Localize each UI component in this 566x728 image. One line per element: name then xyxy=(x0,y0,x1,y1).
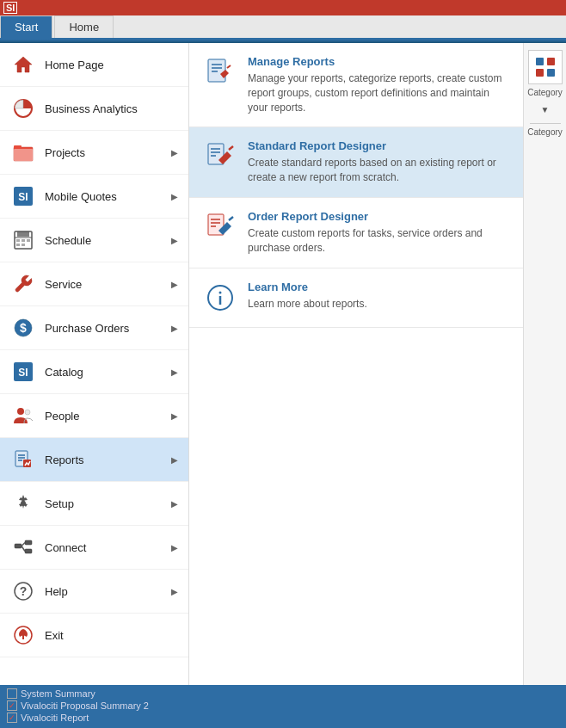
manage-reports-text: Manage Reports Manage your reports, cate… xyxy=(248,55,509,114)
reports-icon xyxy=(10,447,36,472)
bottom-bar: System Summary ✓ Vivalociti Proposal Sum… xyxy=(0,685,566,728)
people-arrow: ▶ xyxy=(171,411,178,421)
svg-point-25 xyxy=(17,408,24,415)
sidebar-item-help[interactable]: ? Help ▶ xyxy=(0,570,188,614)
sidebar-label-setup: Setup xyxy=(45,497,171,510)
category-dropdown-1[interactable]: ▼ xyxy=(541,105,550,114)
help-arrow: ▶ xyxy=(171,587,178,596)
catalog-arrow: ▶ xyxy=(171,367,178,377)
sidebar-item-reports[interactable]: Reports ▶ xyxy=(0,438,188,482)
sidebar-label-mobile-quotes: Mobile Quotes xyxy=(45,190,171,203)
order-report-icon xyxy=(203,210,237,244)
manage-reports-description: Manage your reports, categorize reports,… xyxy=(248,71,509,114)
svg-point-26 xyxy=(25,410,30,415)
mobile-quotes-arrow: ▶ xyxy=(171,192,178,201)
svg-rect-34 xyxy=(25,540,32,545)
svg-point-58 xyxy=(219,291,222,293)
reports-arrow: ▶ xyxy=(171,455,178,465)
svg-text:SI: SI xyxy=(18,191,28,203)
svg-text:$: $ xyxy=(20,321,27,335)
svg-rect-35 xyxy=(25,549,32,553)
dollar-icon: $ xyxy=(10,315,36,341)
sidebar-item-purchase-orders[interactable]: $ Purchase Orders ▶ xyxy=(0,306,188,350)
sidebar-item-people[interactable]: People ▶ xyxy=(0,394,188,438)
schedule-arrow: ▶ xyxy=(171,236,178,245)
sidebar-label-catalog: Catalog xyxy=(45,366,171,379)
standard-report-text: Standard Report Designer Create standard… xyxy=(248,139,509,185)
manage-reports-title: Manage Reports xyxy=(248,55,509,68)
sidebar-item-schedule[interactable]: Schedule ▶ xyxy=(0,219,188,262)
sidebar-label-reports: Reports xyxy=(45,453,171,466)
svg-text:?: ? xyxy=(20,584,28,598)
home-icon xyxy=(10,52,36,77)
svg-rect-18 xyxy=(27,239,30,242)
content-panel: Manage Reports Manage your reports, cate… xyxy=(189,43,523,685)
svg-rect-3 xyxy=(14,149,33,161)
svg-rect-20 xyxy=(22,244,25,246)
order-report-title: Order Report Designer xyxy=(248,210,509,223)
category-label-1: Category xyxy=(527,88,563,98)
sidebar-item-exit[interactable]: Exit xyxy=(0,614,188,657)
menu-item-learn-more[interactable]: Learn More Learn more about reports. xyxy=(189,268,523,328)
question-icon: ? xyxy=(10,578,36,604)
tab-start[interactable]: Start xyxy=(0,15,52,38)
svg-line-51 xyxy=(229,146,233,150)
sidebar-item-projects[interactable]: Projects ▶ xyxy=(0,131,188,175)
learn-more-text: Learn More Learn more about reports. xyxy=(248,281,367,312)
tab-home[interactable]: Home xyxy=(54,15,114,38)
projects-arrow: ▶ xyxy=(171,148,178,157)
sidebar-label-people: People xyxy=(45,410,171,423)
sidebar-label-connect: Connect xyxy=(45,541,171,554)
sidebar-label-home: Home Page xyxy=(45,59,178,71)
bottom-bar-item-2[interactable]: ✓ Vivalociti Report xyxy=(7,713,149,723)
order-report-text: Order Report Designer Create custom repo… xyxy=(248,210,509,256)
sidebar-label-analytics: Business Analytics xyxy=(45,102,178,115)
category-btn-1[interactable] xyxy=(528,50,563,84)
sidebar-item-catalog[interactable]: SI Catalog ▶ xyxy=(0,350,188,394)
bottom-bar-item-0[interactable]: System Summary xyxy=(7,688,149,699)
gear-icon xyxy=(10,490,36,516)
right-panel-divider xyxy=(530,123,561,124)
sidebar-item-service[interactable]: Service ▶ xyxy=(0,262,188,306)
sidebar-label-projects: Projects xyxy=(45,146,171,159)
menu-item-standard-report-designer[interactable]: Standard Report Designer Create standard… xyxy=(189,127,523,198)
sidebar-item-connect[interactable]: Connect ▶ xyxy=(0,526,188,570)
sidebar-label-exit: Exit xyxy=(45,629,178,642)
bottom-bar-item-1[interactable]: ✓ Vivalociti Proposal Summary 2 xyxy=(7,700,149,711)
sidebar-label-service: Service xyxy=(45,278,171,291)
sidebar-label-purchase-orders: Purchase Orders xyxy=(45,322,171,335)
tab-bar: Start Home xyxy=(0,15,566,40)
menu-item-manage-reports[interactable]: Manage Reports Manage your reports, cate… xyxy=(189,43,523,127)
schedule-icon xyxy=(10,227,36,253)
people-icon xyxy=(10,403,36,429)
svg-rect-63 xyxy=(547,69,555,77)
main-layout: Home Page Business Analytics xyxy=(0,43,566,685)
sidebar-item-setup[interactable]: Setup ▶ xyxy=(0,482,188,526)
wrench-icon xyxy=(10,271,36,297)
sidebar-item-home-page[interactable]: Home Page xyxy=(0,43,188,87)
sidebar-item-mobile-quotes[interactable]: SI Mobile Quotes ▶ xyxy=(0,175,188,219)
app-logo: SI xyxy=(3,2,17,14)
setup-arrow: ▶ xyxy=(171,499,178,509)
sidebar-item-business-analytics[interactable]: Business Analytics xyxy=(0,87,188,131)
svg-line-46 xyxy=(227,65,231,68)
purchase-orders-arrow: ▶ xyxy=(171,324,178,333)
standard-report-icon xyxy=(203,139,237,174)
standard-report-title: Standard Report Designer xyxy=(248,139,509,152)
svg-line-36 xyxy=(22,543,25,546)
menu-item-order-report-designer[interactable]: Order Report Designer Create custom repo… xyxy=(189,198,523,268)
sidebar-label-help: Help xyxy=(45,585,171,598)
svg-rect-19 xyxy=(16,244,20,246)
connect-icon xyxy=(10,534,36,560)
svg-rect-60 xyxy=(536,58,544,65)
svg-rect-16 xyxy=(16,239,20,242)
svg-marker-0 xyxy=(15,57,32,72)
mobile-quotes-icon: SI xyxy=(10,183,36,209)
exit-icon xyxy=(10,622,36,648)
folder-icon xyxy=(10,139,36,165)
svg-rect-62 xyxy=(536,69,544,77)
svg-rect-4 xyxy=(14,145,22,149)
catalog-icon: SI xyxy=(10,359,36,385)
svg-line-56 xyxy=(229,217,233,220)
connect-arrow: ▶ xyxy=(171,543,178,552)
